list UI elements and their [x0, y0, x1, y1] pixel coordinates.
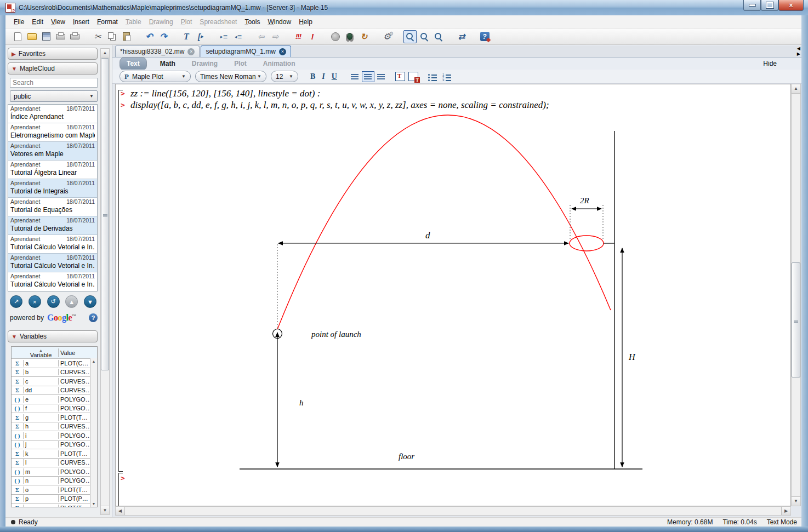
list-item[interactable]: Aprendanet18/07/2011Eletromagnetismo com…	[8, 123, 97, 142]
scroll-down-icon[interactable]: ▼	[101, 506, 109, 514]
variable-row[interactable]: ΣhCURVES…	[12, 422, 97, 432]
worksheet-horizontal-scrollbar[interactable]: ◀ ▶	[115, 506, 791, 516]
font-dropdown[interactable]: Times New Roman ▼	[195, 71, 266, 82]
redo-button[interactable]	[157, 30, 170, 43]
menu-file[interactable]: File	[10, 16, 28, 27]
menu-edit[interactable]: Edit	[28, 16, 47, 27]
hide-palettes-button[interactable]: Hide	[763, 60, 777, 67]
zoom-out-button[interactable]	[432, 30, 445, 43]
scroll-right-icon[interactable]: ▶	[781, 507, 790, 515]
tab-scroll-left-icon[interactable]: ◀	[797, 46, 800, 52]
insert-math-button[interactable]	[194, 30, 207, 43]
scroll-up-button[interactable]: ▲	[65, 295, 78, 308]
list-item[interactable]: Aprendanet18/07/2011Tutorial de Integrai…	[8, 179, 97, 198]
tab-setupdiagram[interactable]: setupdiagramMQ_1.mw×	[201, 45, 291, 57]
variables-table-scrollbar[interactable]: ▲▼	[90, 358, 97, 507]
menu-insert[interactable]: Insert	[69, 16, 93, 27]
worksheet[interactable]: > zz := line([156, 120], [156, 140], lin…	[115, 84, 791, 506]
variable-row[interactable]: ΣaPLOT(C…	[12, 359, 97, 368]
variables-header[interactable]: ▼ Variables	[8, 330, 98, 342]
restart-button[interactable]	[357, 30, 371, 43]
upload-button[interactable]: ↗	[10, 295, 22, 308]
sidebar-scrollbar[interactable]: ▲ ▼	[100, 48, 110, 515]
scrollbar-thumb[interactable]	[792, 262, 800, 377]
scroll-down-icon[interactable]: ▼	[792, 496, 800, 506]
align-right-button[interactable]	[375, 72, 387, 82]
cloud-help-button[interactable]: ?	[89, 313, 98, 322]
open-file-button[interactable]	[25, 30, 38, 43]
menu-tools[interactable]: Tools	[241, 16, 264, 27]
mode-text[interactable]: Text	[120, 57, 147, 71]
help-button[interactable]	[478, 30, 491, 43]
numbered-list-button[interactable]	[442, 73, 452, 81]
scroll-left-icon[interactable]: ◀	[116, 507, 125, 515]
menu-help[interactable]: Help	[295, 16, 316, 27]
variable-row[interactable]: ΣcCURVES…	[12, 377, 97, 386]
size-dropdown[interactable]: 12 ▼	[271, 71, 298, 82]
list-item[interactable]: Aprendanet18/07/2011Tutorial Cálculo Vet…	[8, 254, 97, 272]
list-item[interactable]: Aprendanet18/07/2011Tutorial Cálculo Vet…	[8, 272, 97, 291]
align-center-button[interactable]	[362, 71, 374, 82]
list-item[interactable]: Aprendanet18/07/2011Vetores em Maple	[8, 142, 97, 161]
underline-button[interactable]: U	[332, 72, 337, 81]
interrupt-button[interactable]	[329, 30, 342, 43]
list-item[interactable]: Aprendanet18/07/2011Tutorial Cálculo Vet…	[8, 235, 97, 254]
variable-row[interactable]: ( )fPOLYGO…	[12, 404, 97, 414]
debug-button[interactable]	[343, 30, 356, 43]
print-button[interactable]	[54, 30, 67, 43]
paste-button[interactable]	[120, 30, 133, 43]
italic-button[interactable]: I	[322, 72, 325, 81]
style-dropdown[interactable]: P Maple Plot ▼	[120, 71, 191, 82]
outdent-button[interactable]	[231, 30, 244, 43]
variable-row[interactable]: ΣoPLOT(T…	[12, 485, 97, 495]
zoom-100-button[interactable]	[403, 30, 417, 43]
copy-button[interactable]	[105, 30, 118, 43]
tab-hisasugi[interactable]: *hisasugi8338_02.mw×	[115, 45, 200, 57]
menu-window[interactable]: Window	[264, 16, 295, 27]
variable-row[interactable]: ΣbCURVES…	[12, 368, 97, 377]
cut-button[interactable]	[91, 30, 104, 43]
menu-format[interactable]: Format	[93, 16, 122, 27]
tab-scroll-right-icon[interactable]: ▶	[797, 52, 800, 57]
close-tab-icon[interactable]: ×	[187, 48, 195, 55]
value-column-header[interactable]: Value	[59, 350, 97, 356]
zoom-in-button[interactable]	[418, 30, 431, 43]
list-item[interactable]: Aprendanet18/07/2011Tutorial de Equações	[8, 198, 97, 216]
undo-button[interactable]	[143, 30, 156, 43]
refresh-button[interactable]: ↺	[47, 295, 60, 308]
execute-button[interactable]	[306, 30, 319, 43]
close-tab-icon[interactable]: ×	[279, 48, 286, 55]
indent-button[interactable]	[217, 30, 230, 43]
favorites-header[interactable]: ▶ Favorites	[8, 48, 98, 60]
worksheet-vertical-scrollbar[interactable]: ▲ ▼	[791, 84, 801, 506]
variable-row[interactable]: ΣlCURVES…	[12, 459, 97, 468]
scroll-down-button[interactable]: ▼	[84, 295, 96, 308]
forward-button[interactable]	[269, 30, 282, 43]
variable-row[interactable]: ΣqPLOT(T…	[12, 504, 97, 507]
close-button[interactable]: ×	[778, 0, 804, 11]
maplecloud-header[interactable]: ▼ MapleCloud	[8, 62, 98, 75]
mode-math[interactable]: Math	[160, 60, 175, 67]
list-item[interactable]: Aprendanet18/07/2011Tutorial Álgebra Lin…	[8, 161, 97, 179]
variable-row[interactable]: ΣpPLOT(P…	[12, 495, 97, 504]
variable-row[interactable]: ( )ePOLYGO…	[12, 395, 97, 404]
scroll-up-icon[interactable]: ▲	[101, 49, 109, 58]
highlight-color-button[interactable]	[408, 72, 418, 81]
search-input[interactable]	[10, 78, 98, 88]
align-left-button[interactable]	[349, 72, 361, 82]
execute-all-button[interactable]	[292, 30, 305, 43]
cloud-group-select[interactable]: public ▼	[10, 90, 98, 102]
bullet-list-button[interactable]	[428, 73, 437, 81]
list-item[interactable]: Aprendanet18/07/2011Tutorial de Derivada…	[8, 216, 97, 235]
scroll-up-icon[interactable]: ▲	[792, 84, 800, 94]
minimize-button[interactable]	[743, 0, 761, 11]
variable-row[interactable]: ΣkPLOT(T…	[12, 449, 97, 459]
back-button[interactable]	[254, 30, 268, 43]
save-button[interactable]	[39, 30, 53, 43]
variable-row[interactable]: ΣddCURVES…	[12, 386, 97, 396]
insert-text-button[interactable]	[180, 30, 193, 43]
variable-row[interactable]: ( )iPOLYGO…	[12, 431, 97, 441]
options-button[interactable]	[380, 30, 394, 43]
font-color-button[interactable]	[395, 72, 405, 81]
tab-scroll-arrows[interactable]: ◀▶	[797, 46, 800, 57]
